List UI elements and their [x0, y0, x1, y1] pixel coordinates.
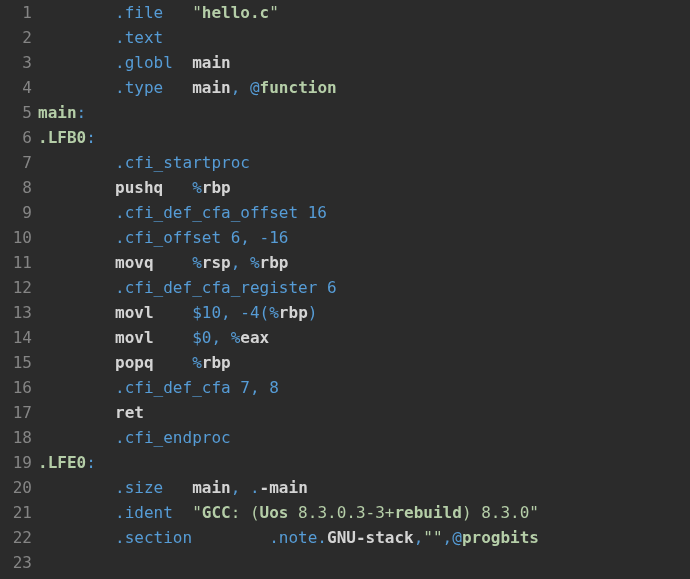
code-content: pushq %rbp	[38, 175, 690, 200]
token	[38, 78, 115, 97]
token: ,	[221, 303, 231, 322]
token: -4	[240, 303, 259, 322]
code-content: .cfi_endproc	[38, 425, 690, 450]
code-content: .cfi_def_cfa_register 6	[38, 275, 690, 300]
token: eax	[240, 328, 269, 347]
code-line: 6.LFB0:	[0, 125, 690, 150]
token	[192, 528, 269, 547]
code-content: .file "hello.c"	[38, 0, 690, 25]
code-content: .globl main	[38, 50, 690, 75]
token	[163, 478, 192, 497]
token	[38, 253, 115, 272]
token: ,	[250, 378, 260, 397]
code-line: 11 movq %rsp, %rbp	[0, 250, 690, 275]
token: .section	[115, 528, 192, 547]
code-line: 1 .file "hello.c"	[0, 0, 690, 25]
line-number: 4	[0, 75, 38, 100]
code-line: 16 .cfi_def_cfa 7, 8	[0, 375, 690, 400]
code-content: .text	[38, 25, 690, 50]
token	[38, 228, 115, 247]
token	[317, 278, 327, 297]
code-line: 10 .cfi_offset 6, -16	[0, 225, 690, 250]
code-line: 15 popq %rbp	[0, 350, 690, 375]
line-number: 8	[0, 175, 38, 200]
token: hello.c	[202, 3, 269, 22]
code-line: 19.LFE0:	[0, 450, 690, 475]
line-number: 2	[0, 25, 38, 50]
code-content: movl $10, -4(%rbp)	[38, 300, 690, 325]
token: movq	[115, 253, 192, 272]
code-line: 12 .cfi_def_cfa_register 6	[0, 275, 690, 300]
token	[38, 278, 115, 297]
token	[38, 153, 115, 172]
code-content	[38, 550, 690, 575]
code-content: movq %rsp, %rbp	[38, 250, 690, 275]
token: "	[192, 503, 202, 522]
line-number: 15	[0, 350, 38, 375]
code-content: .cfi_def_cfa_offset 16	[38, 200, 690, 225]
token: ) 8.3.0"	[462, 503, 539, 522]
code-line: 13 movl $10, -4(%rbp)	[0, 300, 690, 325]
line-number: 1	[0, 0, 38, 25]
line-number: 3	[0, 50, 38, 75]
code-content: main:	[38, 100, 690, 125]
token: Uos	[260, 503, 289, 522]
token: movl	[115, 303, 192, 322]
token	[240, 253, 250, 272]
token: 7	[240, 378, 250, 397]
token: 8	[269, 378, 279, 397]
line-number: 21	[0, 500, 38, 525]
token	[38, 478, 115, 497]
token: %	[250, 253, 260, 272]
token: GCC	[202, 503, 231, 522]
token: %	[192, 253, 202, 272]
line-number: 18	[0, 425, 38, 450]
code-content: .LFE0:	[38, 450, 690, 475]
token	[38, 3, 115, 22]
token: $10	[192, 303, 221, 322]
code-line: 20 .size main, .-main	[0, 475, 690, 500]
line-number: 20	[0, 475, 38, 500]
token: main	[38, 103, 77, 122]
token: :	[86, 128, 96, 147]
code-line: 8 pushq %rbp	[0, 175, 690, 200]
code-line: 3 .globl main	[0, 50, 690, 75]
code-editor: 1 .file "hello.c"2 .text3 .globl main4 .…	[0, 0, 690, 575]
line-number: 14	[0, 325, 38, 350]
token: .	[317, 528, 327, 547]
token	[163, 3, 192, 22]
token: @	[452, 528, 462, 547]
token: .ident	[115, 503, 173, 522]
token: rebuild	[394, 503, 461, 522]
token: 6	[327, 278, 337, 297]
token	[38, 53, 115, 72]
token	[163, 78, 192, 97]
line-number: 23	[0, 550, 38, 575]
line-number: 16	[0, 375, 38, 400]
token: ,	[414, 528, 424, 547]
line-number: 19	[0, 450, 38, 475]
token	[240, 478, 250, 497]
token: %	[192, 178, 202, 197]
token	[173, 503, 192, 522]
token: .	[250, 478, 260, 497]
token: :	[86, 453, 96, 472]
token: 8.3.0.3-3+	[288, 503, 394, 522]
token: -16	[260, 228, 289, 247]
token: (	[260, 303, 270, 322]
token: -main	[260, 478, 308, 497]
token	[38, 428, 115, 447]
line-number: 6	[0, 125, 38, 150]
token	[298, 203, 308, 222]
token	[260, 378, 270, 397]
token	[38, 178, 115, 197]
token: ret	[115, 403, 144, 422]
token: main	[192, 78, 231, 97]
token: ,	[231, 78, 241, 97]
token	[38, 203, 115, 222]
token	[231, 378, 241, 397]
code-line: 23	[0, 550, 690, 575]
token: @	[250, 78, 260, 97]
token: progbits	[462, 528, 539, 547]
token: ,	[240, 228, 250, 247]
